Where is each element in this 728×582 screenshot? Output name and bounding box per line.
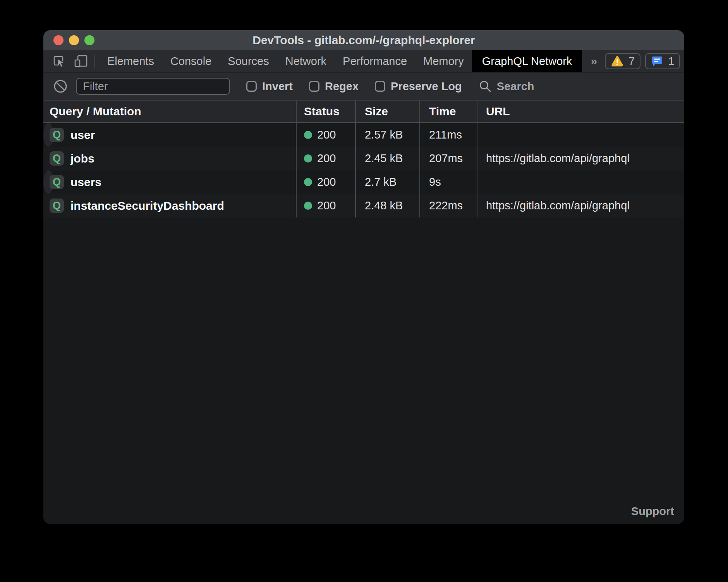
time-value: 9s <box>429 176 441 188</box>
device-toolbar-icon[interactable] <box>74 54 88 68</box>
request-row[interactable]: QinstanceSecurityDashboard2002.48 kB222m… <box>43 194 684 217</box>
traffic-lights <box>53 35 94 45</box>
time-value: 222ms <box>429 199 463 212</box>
request-row[interactable]: Quser2002.57 kB211mshttps://gitlab.com/a… <box>43 123 53 147</box>
query-type-badge: Q <box>50 151 64 166</box>
status-ok-dot-icon <box>304 202 312 210</box>
checkbox-group-invert[interactable]: Invert <box>246 80 293 93</box>
time-value: 211ms <box>429 128 462 141</box>
url-value: https://gitlab.com/api/graphql <box>486 152 630 165</box>
tab-console[interactable]: Console <box>162 50 220 72</box>
search-control[interactable]: Search <box>478 79 534 93</box>
warning-triangle-icon <box>611 55 624 67</box>
clear-block-icon[interactable] <box>53 79 68 94</box>
query-type-badge: Q <box>50 128 64 142</box>
column-header-label: Time <box>429 105 456 118</box>
preserve-log-checkbox[interactable] <box>375 81 385 92</box>
column-header-url: URL <box>477 101 684 122</box>
size-value: 2.7 kB <box>365 176 397 188</box>
url-cell: https://gitlab.com/api/graphql <box>477 194 684 217</box>
messages-badge[interactable]: 1 <box>645 53 680 69</box>
column-header-time: Time <box>419 101 477 122</box>
time-cell: 211ms <box>419 123 477 147</box>
query-cell: QinstanceSecurityDashboard <box>43 194 296 217</box>
panel-tabs: ElementsConsoleSourcesNetworkPerformance… <box>99 50 582 72</box>
size-value: 2.45 kB <box>365 152 403 165</box>
status-cell: 200 <box>296 123 355 147</box>
checkbox-label: Preserve Log <box>391 80 462 93</box>
column-header-label: Size <box>365 105 388 118</box>
filter-input[interactable] <box>76 78 230 95</box>
regex-checkbox[interactable] <box>309 81 319 92</box>
tab-sources[interactable]: Sources <box>220 50 277 72</box>
filter-checkboxes: InvertRegexPreserve Log <box>230 80 462 93</box>
window-title: DevTools - gitlab.com/-/graphql-explorer <box>252 34 475 47</box>
status-cell: 200 <box>296 147 355 170</box>
size-cell: 2.45 kB <box>355 147 419 170</box>
request-row[interactable]: Qjobs2002.45 kB207mshttps://gitlab.com/a… <box>43 147 684 170</box>
more-tabs-button[interactable]: » <box>582 50 605 72</box>
column-header-label: Query / Mutation <box>50 105 141 118</box>
tab-graphql-network[interactable]: GraphQL Network <box>472 50 582 72</box>
table-header: Query / MutationStatusSizeTimeURL <box>43 101 684 123</box>
checkbox-group-regex[interactable]: Regex <box>309 80 359 93</box>
url-value: https://gitlab.com/api/graphql <box>486 199 630 212</box>
checkbox-label: Invert <box>262 80 293 93</box>
size-value: 2.48 kB <box>365 199 403 212</box>
query-name: users <box>70 176 101 189</box>
warning-count: 7 <box>628 55 635 68</box>
query-cell: Qusers <box>43 170 296 194</box>
size-cell: 2.48 kB <box>355 194 419 217</box>
tab-network[interactable]: Network <box>277 50 335 72</box>
tab-performance[interactable]: Performance <box>335 50 415 72</box>
toolbar-icons <box>43 50 91 72</box>
filter-toolbar: InvertRegexPreserve Log Search <box>43 73 684 101</box>
size-cell: 2.57 kB <box>355 123 419 147</box>
column-header-label: Status <box>304 105 340 118</box>
inspect-element-icon[interactable] <box>52 54 66 68</box>
status-code: 200 <box>317 128 336 141</box>
url-cell: https://gitlab.com/api/graphql <box>477 123 486 147</box>
url-cell: https://gitlab.com/api/graphql <box>477 170 486 194</box>
checkbox-label: Regex <box>325 80 359 93</box>
invert-checkbox[interactable] <box>246 81 257 92</box>
support-link[interactable]: Support <box>631 505 674 518</box>
chevron-right-double-icon: » <box>591 55 596 68</box>
query-cell: Qjobs <box>43 147 296 170</box>
query-type-badge: Q <box>50 199 64 213</box>
status-cell: 200 <box>296 170 355 194</box>
chat-bubble-icon <box>651 55 663 67</box>
column-header-status: Status <box>296 101 355 122</box>
status-ok-dot-icon <box>304 154 312 163</box>
status-code: 200 <box>317 152 336 165</box>
request-row[interactable]: Qusers2002.7 kB9shttps://gitlab.com/api/… <box>43 170 53 194</box>
column-header-query-mutation: Query / Mutation <box>43 101 296 122</box>
checkbox-group-preserve-log[interactable]: Preserve Log <box>375 80 462 93</box>
close-window-button[interactable] <box>53 35 64 45</box>
query-name: instanceSecurityDashboard <box>70 199 224 212</box>
status-cell: 200 <box>296 194 355 217</box>
column-header-size: Size <box>355 101 419 122</box>
time-value: 207ms <box>429 152 463 165</box>
status-code: 200 <box>317 199 336 212</box>
size-cell: 2.7 kB <box>355 170 419 194</box>
issues-warning-badge[interactable]: 7 <box>605 53 640 69</box>
maximize-window-button[interactable] <box>84 35 94 45</box>
devtools-tab-bar: ElementsConsoleSourcesNetworkPerformance… <box>43 50 684 73</box>
status-ok-dot-icon <box>304 131 312 139</box>
tabbar-right-controls: 7 1 <box>605 50 684 72</box>
search-label: Search <box>497 80 534 93</box>
tab-elements[interactable]: Elements <box>99 50 162 72</box>
query-type-badge: Q <box>50 175 64 189</box>
column-header-label: URL <box>486 105 510 118</box>
minimize-window-button[interactable] <box>69 35 79 45</box>
title-bar: DevTools - gitlab.com/-/graphql-explorer <box>43 30 684 50</box>
tab-memory[interactable]: Memory <box>415 50 472 72</box>
table-body: Quser2002.57 kB211mshttps://gitlab.com/a… <box>43 123 684 217</box>
status-ok-dot-icon <box>304 178 312 186</box>
size-value: 2.57 kB <box>365 128 403 141</box>
time-cell: 207ms <box>419 147 477 170</box>
url-cell: https://gitlab.com/api/graphql <box>477 147 684 170</box>
table-empty-area <box>43 217 684 524</box>
query-cell: Quser <box>43 123 296 147</box>
